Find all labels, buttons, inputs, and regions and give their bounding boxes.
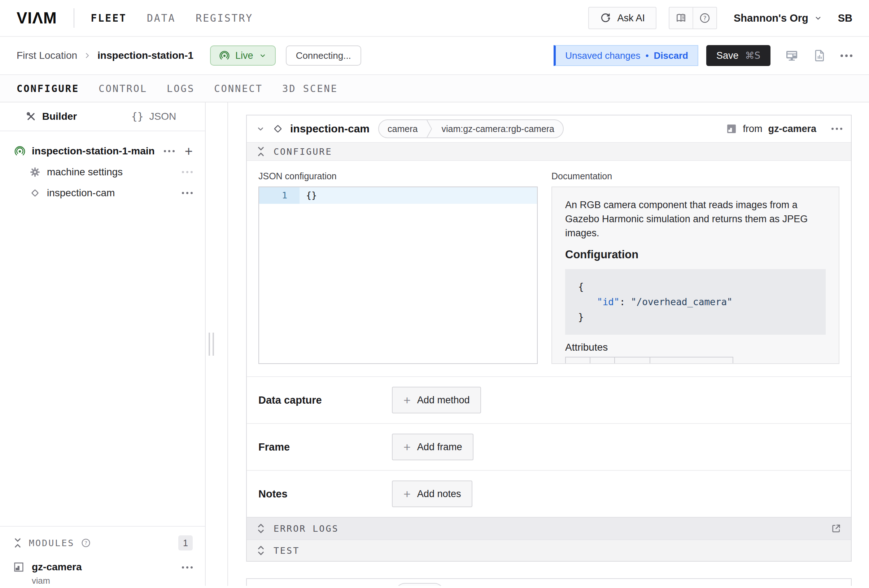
plus-icon: + (403, 488, 411, 500)
breadcrumb-chevron-icon (83, 51, 92, 60)
module-icon (726, 123, 737, 134)
code-colon: : (620, 296, 631, 307)
save-button[interactable]: Save ⌘S (706, 45, 771, 66)
editor-line-number: 1 (259, 187, 300, 204)
module-name: gz-camera (32, 561, 82, 573)
tab-3d-scene[interactable]: 3D SCENE (282, 83, 338, 94)
component-title: inspection-cam (290, 123, 369, 135)
book-icon (675, 12, 687, 24)
save-label: Save (716, 50, 739, 61)
nav-divider (74, 8, 74, 28)
configure-section-label: CONFIGURE (274, 147, 332, 157)
docs-button[interactable] (669, 7, 693, 28)
data-capture-label: Data capture (258, 394, 392, 406)
fold-icon (13, 537, 22, 549)
component-menu-icon[interactable] (832, 128, 842, 130)
add-frame-button[interactable]: + Add frame (392, 434, 473, 460)
plus-icon: + (403, 441, 411, 453)
save-shortcut: ⌘S (745, 50, 761, 61)
external-link-icon[interactable] (831, 523, 842, 534)
module-card-header: gz-camera by viam module Registry (247, 579, 851, 586)
config-mode-toggle: Builder {} JSON (0, 102, 205, 131)
help-button[interactable]: ? (693, 7, 716, 28)
test-bar[interactable]: TEST (247, 539, 851, 561)
breadcrumb-location[interactable]: First Location (16, 50, 77, 61)
attributes-table-cell (615, 357, 650, 364)
collapse-chevron-icon[interactable] (255, 124, 265, 134)
viam-logo[interactable]: VIΛM (16, 9, 57, 27)
tree-item-machine-settings[interactable]: machine settings (14, 161, 193, 182)
connecting-status-button[interactable]: Connecting... (286, 46, 361, 66)
machine-monitor-button[interactable] (785, 49, 799, 62)
ask-ai-button[interactable]: Ask AI (588, 7, 657, 29)
add-method-label: Add method (417, 395, 470, 406)
error-logs-bar[interactable]: ERROR LOGS (247, 517, 851, 539)
badge-separator-icon (426, 119, 433, 138)
json-mode-tab[interactable]: {} JSON (102, 102, 205, 130)
fold-icon (256, 146, 265, 157)
module-menu-icon[interactable] (182, 566, 193, 569)
chevron-down-icon (813, 13, 823, 23)
editor-line[interactable]: 1 {} (259, 187, 537, 204)
notes-section: Notes + Add notes (247, 470, 851, 517)
type-badge-label: camera (379, 124, 426, 134)
component-type-badge: camera viam:gz-camera:rgb-camera (378, 119, 564, 138)
unsaved-changes-banner: Unsaved changes • Discard (553, 45, 698, 66)
component-card-inspection-cam: inspection-cam camera viam:gz-camera:rgb… (246, 115, 852, 562)
from-text: from (743, 123, 762, 135)
more-options-button[interactable] (841, 55, 853, 57)
org-switcher[interactable]: Shannon's Org (734, 12, 823, 24)
broadcast-icon (14, 145, 26, 157)
monitor-icon (785, 49, 799, 62)
primary-nav: FLEET DATA REGISTRY (91, 12, 254, 24)
tab-connect[interactable]: CONNECT (214, 83, 263, 94)
nav-item-fleet[interactable]: FLEET (91, 12, 127, 24)
add-method-button[interactable]: + Add method (392, 387, 481, 413)
resize-handle[interactable] (209, 333, 214, 356)
tree-item-inspection-cam[interactable]: inspection-cam (14, 182, 193, 203)
add-component-button[interactable]: + (185, 144, 193, 158)
tab-configure[interactable]: CONFIGURE (16, 83, 79, 94)
code-brace: } (578, 312, 584, 323)
editor-line-content[interactable]: {} (300, 187, 537, 204)
configuration-code-block: {"id": "/overhead_camera"} (565, 269, 826, 335)
tree-item-main-part[interactable]: inspection-station-1-main + (14, 141, 193, 161)
builder-mode-label: Builder (42, 111, 77, 122)
json-configuration-label: JSON configuration (258, 171, 538, 181)
notes-label: Notes (258, 488, 392, 500)
sidebar-resize-gutter[interactable] (206, 102, 228, 586)
report-document-button[interactable] (813, 49, 826, 62)
broadcast-icon (219, 50, 230, 61)
module-type-badge: module (396, 583, 444, 586)
documentation-panel: An RGB camera component that reads image… (552, 187, 839, 364)
frame-section: Frame + Add frame (247, 423, 851, 470)
builder-mode-tab[interactable]: Builder (0, 102, 102, 130)
attributes-table (565, 357, 733, 364)
unsaved-changes-label: Unsaved changes (565, 50, 640, 61)
tab-logs[interactable]: LOGS (167, 83, 194, 94)
modules-count-badge: 1 (178, 535, 193, 551)
item-menu-icon[interactable] (182, 171, 193, 173)
machine-part-tree: inspection-station-1-main + (0, 131, 205, 203)
nav-item-registry[interactable]: REGISTRY (196, 12, 253, 24)
configure-section-bar[interactable]: CONFIGURE (247, 142, 851, 161)
documentation-description: An RGB camera component that reads image… (565, 198, 826, 240)
question-circle-icon[interactable]: ? (81, 538, 91, 548)
attributes-table-cell (590, 357, 615, 364)
module-org: viam (32, 576, 82, 586)
module-list-item[interactable]: gz-camera viam (13, 561, 193, 586)
json-configuration-editor[interactable]: 1 {} (258, 187, 538, 364)
tab-control[interactable]: CONTROL (98, 83, 147, 94)
curly-braces-icon: {} (131, 111, 144, 123)
component-diamond-icon (272, 123, 284, 135)
add-notes-button[interactable]: + Add notes (392, 480, 472, 507)
modules-header[interactable]: MODULES ? 1 (13, 535, 193, 551)
test-label: TEST (274, 545, 300, 556)
item-menu-icon[interactable] (182, 192, 193, 194)
discard-button[interactable]: Discard (654, 50, 688, 61)
live-status-dropdown[interactable]: Live (210, 46, 276, 66)
config-sidebar: Builder {} JSON inspection-station-1-mai… (0, 102, 206, 586)
user-avatar[interactable]: SB (838, 12, 853, 24)
nav-item-data[interactable]: DATA (147, 12, 175, 24)
part-menu-icon[interactable] (164, 150, 175, 152)
